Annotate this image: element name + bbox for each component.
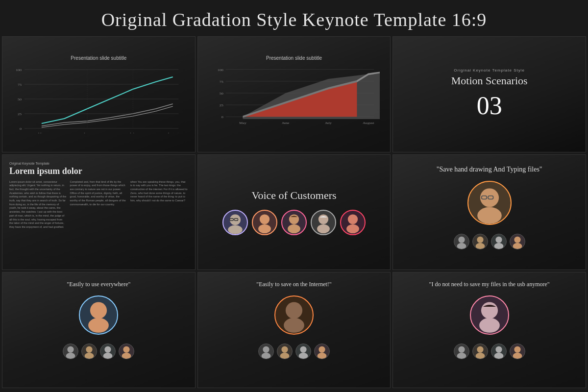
svg-point-82 xyxy=(477,346,483,353)
svg-point-62 xyxy=(86,346,93,353)
slide4-col1: Lorem ipsum dolor sit amet, consectetur … xyxy=(9,180,67,229)
slide1-subtitle: Presentation slide subtitle xyxy=(71,55,126,61)
slide5-avatars xyxy=(222,210,366,235)
svg-text:May: May xyxy=(38,131,45,133)
svg-text:25: 25 xyxy=(219,103,223,107)
svg-point-64 xyxy=(105,346,111,353)
slide2-subtitle: Presentation slide subtitle xyxy=(266,55,322,61)
slide3-template-label: Original Keynote Template Style xyxy=(454,68,525,73)
slide4-col2: Completed and, from that kind of life by… xyxy=(70,180,128,229)
slide6-main-avatar xyxy=(467,181,512,225)
svg-point-86 xyxy=(514,346,520,353)
svg-text:June: June xyxy=(282,121,290,124)
svg-text:August: August xyxy=(167,131,179,133)
avatar-5 xyxy=(340,210,366,235)
avatar-1 xyxy=(222,210,248,235)
svg-point-56 xyxy=(514,237,520,243)
slide8-small-avatars xyxy=(258,343,330,359)
svg-point-61 xyxy=(66,353,75,359)
svg-point-85 xyxy=(494,353,503,359)
svg-text:100: 100 xyxy=(217,68,223,72)
slide7-small-avatars xyxy=(63,343,134,359)
small-avatar-8-2 xyxy=(277,343,293,359)
page-title: Original Gradation Style Keynote Templat… xyxy=(0,0,588,36)
svg-point-70 xyxy=(263,346,269,353)
slide9-quote: "I do not need to save my files in the u… xyxy=(429,280,550,289)
small-avatar-9-4 xyxy=(510,343,525,359)
svg-point-76 xyxy=(318,346,325,353)
svg-point-60 xyxy=(68,346,74,353)
slide7-quote: "Easily to use everywhere" xyxy=(67,280,130,289)
slide9-small-avatars xyxy=(454,343,525,359)
svg-point-77 xyxy=(318,353,327,359)
small-avatar-7-2 xyxy=(81,343,97,359)
svg-text:100: 100 xyxy=(16,68,22,72)
slide-8: "Easily to save on the Internet!" xyxy=(197,272,391,388)
svg-point-80 xyxy=(458,346,465,353)
slide3-number: 03 xyxy=(477,91,502,120)
svg-point-47 xyxy=(477,207,502,224)
svg-point-84 xyxy=(495,346,502,353)
svg-text:June: June xyxy=(84,131,92,133)
small-avatar-7-3 xyxy=(100,343,116,359)
svg-point-42 xyxy=(318,214,328,224)
svg-point-73 xyxy=(280,353,290,359)
svg-point-35 xyxy=(228,225,243,234)
svg-point-67 xyxy=(122,353,131,359)
svg-point-69 xyxy=(284,318,304,333)
slides-grid: Presentation slide subtitle 100 75 50 25… xyxy=(0,36,588,390)
avatar-2 xyxy=(252,210,277,235)
svg-point-65 xyxy=(103,353,113,359)
svg-text:July: July xyxy=(325,121,332,124)
svg-point-63 xyxy=(85,353,94,359)
avatar-3 xyxy=(281,210,307,235)
svg-point-79 xyxy=(479,318,500,333)
slide7-main-avatar xyxy=(79,295,118,335)
small-avatar-2 xyxy=(472,234,488,249)
svg-point-58 xyxy=(90,302,107,319)
slide4-template-label: Original Keynote Template xyxy=(9,162,49,165)
slide1-chart: 100 75 50 25 0 May June July August xyxy=(7,65,190,133)
slide4-col3: when You are speaking these things, you,… xyxy=(130,180,188,229)
svg-point-50 xyxy=(458,237,465,243)
svg-text:75: 75 xyxy=(219,79,223,83)
small-avatar-9-1 xyxy=(454,343,469,359)
slide5-title: Voice of Customers xyxy=(251,189,336,202)
svg-text:75: 75 xyxy=(18,82,22,86)
svg-point-81 xyxy=(457,353,466,359)
svg-text:50: 50 xyxy=(219,91,223,95)
svg-point-55 xyxy=(494,243,503,249)
slide6-small-avatars xyxy=(454,234,525,249)
slide3-title: Motion Scenarios xyxy=(451,74,528,87)
svg-point-71 xyxy=(262,353,271,359)
svg-point-87 xyxy=(513,353,522,359)
svg-point-38 xyxy=(260,214,270,224)
svg-text:25: 25 xyxy=(18,112,22,116)
small-avatar-3 xyxy=(491,234,507,249)
small-avatar-8-1 xyxy=(258,343,274,359)
small-avatar-8-4 xyxy=(314,343,330,359)
slide-3: Original Keynote Template Style Motion S… xyxy=(392,36,586,152)
slide-4: Original Keynote Template Lorem ipsum do… xyxy=(2,154,196,270)
svg-point-83 xyxy=(475,353,485,359)
svg-point-74 xyxy=(300,346,306,353)
svg-point-54 xyxy=(495,237,502,243)
slide-5: Voice of Customers xyxy=(197,154,391,270)
slide9-main-avatar xyxy=(470,295,509,335)
svg-point-72 xyxy=(281,346,288,353)
svg-point-53 xyxy=(475,243,485,249)
slide6-quote: "Save hand drawing And Typing files" xyxy=(437,165,542,174)
svg-point-57 xyxy=(513,243,522,249)
small-avatar-9-2 xyxy=(472,343,488,359)
slide2-chart: 100 75 50 25 0 May June July August xyxy=(203,65,386,133)
slide-9: "I do not need to save my files in the u… xyxy=(392,272,586,388)
slide-6: "Save hand drawing And Typing files" xyxy=(392,154,586,270)
small-avatar-8-3 xyxy=(295,343,311,359)
svg-point-68 xyxy=(286,302,302,319)
slide4-title: Lorem ipsum dolor xyxy=(9,166,82,176)
svg-text:50: 50 xyxy=(18,97,22,101)
svg-point-39 xyxy=(258,224,271,233)
svg-point-46 xyxy=(480,189,499,207)
svg-point-51 xyxy=(457,243,466,249)
svg-point-59 xyxy=(88,318,109,333)
